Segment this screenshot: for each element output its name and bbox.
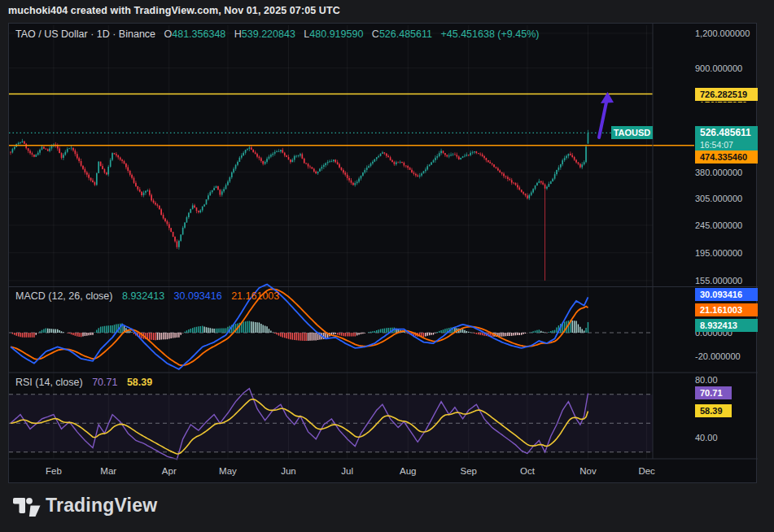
chart-canvas[interactable] bbox=[9, 24, 758, 484]
tradingview-brand-text: TradingView bbox=[46, 495, 157, 517]
macd-line bbox=[11, 285, 588, 369]
attribution-bar: muchoki404 created with TradingView.com,… bbox=[0, 0, 774, 23]
tradingview-logo-icon bbox=[13, 495, 41, 519]
tradingview-chart-screenshot: muchoki404 created with TradingView.com,… bbox=[0, 0, 774, 532]
footer-bar: TradingView bbox=[0, 483, 774, 532]
chart-frame[interactable]: TAO / US Dollar · 1D · Binance O481.3563… bbox=[8, 23, 757, 483]
attribution-text: muchoki404 created with TradingView.com,… bbox=[8, 5, 340, 16]
